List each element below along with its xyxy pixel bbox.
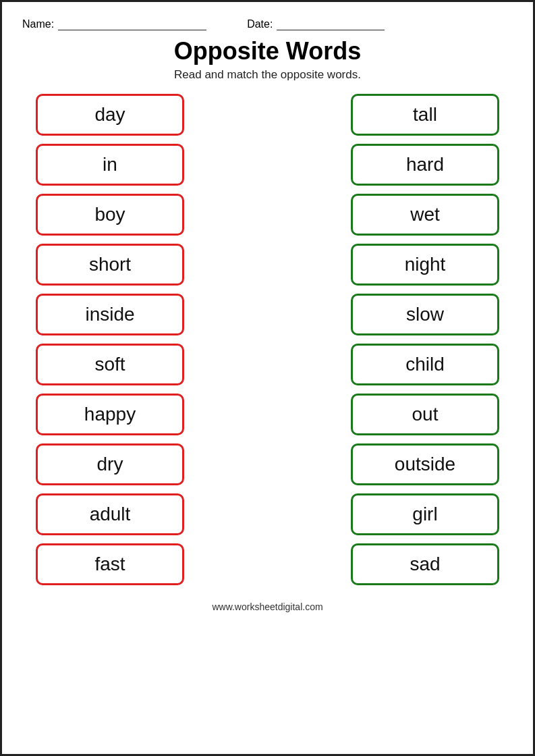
right-word-box-6: out — [351, 394, 499, 435]
name-label: Name: — [22, 18, 54, 30]
left-word-box-9: fast — [36, 543, 184, 585]
left-word-box-0: day — [36, 94, 184, 136]
right-word-box-8: girl — [351, 493, 499, 535]
date-underline — [277, 18, 385, 30]
page-subtitle: Read and match the opposite words. — [174, 68, 361, 82]
right-word-box-7: outside — [351, 443, 499, 485]
date-label: Date: — [247, 18, 273, 30]
left-column: dayinboyshortinsidesofthappydryadultfast — [36, 94, 184, 585]
name-field: Name: — [22, 18, 206, 30]
left-word-box-4: inside — [36, 294, 184, 335]
page-title: Opposite Words — [174, 37, 361, 65]
left-word-box-5: soft — [36, 344, 184, 385]
left-word-box-7: dry — [36, 443, 184, 485]
words-container: dayinboyshortinsidesofthappydryadultfast… — [22, 94, 513, 585]
footer-text: www.worksheetdigital.com — [212, 601, 322, 612]
name-underline — [58, 18, 206, 30]
left-word-box-2: boy — [36, 194, 184, 236]
header-line: Name: Date: — [22, 18, 513, 30]
right-word-box-3: night — [351, 244, 499, 286]
left-word-box-3: short — [36, 244, 184, 286]
left-word-box-6: happy — [36, 394, 184, 435]
left-word-box-1: in — [36, 144, 184, 186]
right-word-box-4: slow — [351, 294, 499, 335]
left-word-box-8: adult — [36, 493, 184, 535]
right-word-box-0: tall — [351, 94, 499, 136]
right-word-box-2: wet — [351, 194, 499, 236]
right-word-box-5: child — [351, 344, 499, 385]
date-field: Date: — [247, 18, 385, 30]
right-column: tallhardwetnightslowchildoutoutsidegirls… — [351, 94, 499, 585]
right-word-box-1: hard — [351, 144, 499, 186]
right-word-box-9: sad — [351, 543, 499, 585]
